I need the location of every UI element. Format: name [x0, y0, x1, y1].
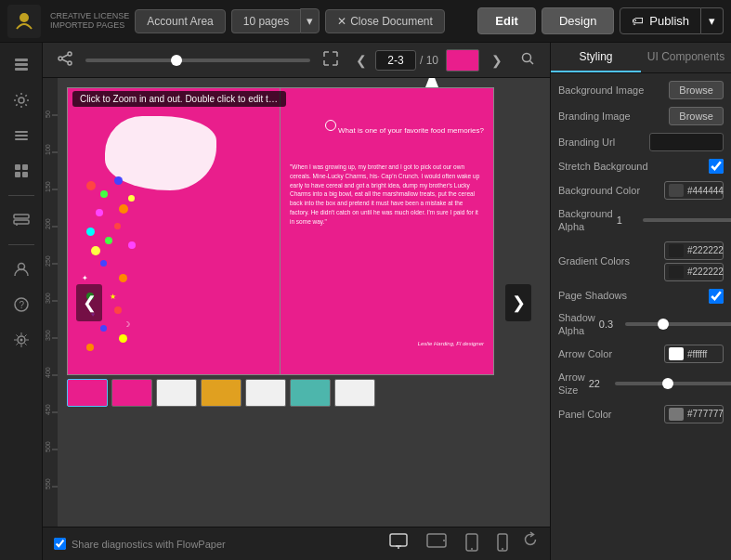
sidebar-item-grid[interactable]: [7, 156, 36, 186]
svg-rect-9: [22, 164, 28, 170]
branding-image-row: Branding Image Browse: [558, 107, 724, 125]
page-quote: "When I was growing up, my brother and I…: [290, 163, 484, 226]
close-icon: ✕: [337, 15, 346, 28]
right-panel: Styling UI Components Background Image B…: [550, 43, 731, 560]
svg-rect-6: [15, 135, 28, 137]
candy-purple2: [128, 241, 136, 249]
arrow-size-row: Arrow Size 22: [558, 371, 724, 397]
stretch-background-row: Stretch Background: [558, 159, 724, 174]
panel-tabs: Styling UI Components: [551, 43, 731, 73]
sidebar-item-settings[interactable]: [7, 85, 36, 115]
thumb-2[interactable]: [111, 379, 152, 407]
creative-license-label: CREATIVE LICENSE: [50, 12, 129, 20]
share-diagnostics-label[interactable]: Share diagnostics with FlowPaper: [54, 538, 226, 550]
candy-area: ✦ ★ ♥ ☽: [68, 88, 280, 374]
candy-red2: [114, 223, 121, 229]
pages-dropdown[interactable]: ▾: [300, 8, 320, 33]
arrow-color-label: Arrow Color: [558, 347, 660, 360]
page-right[interactable]: What is one of your favorite food memori…: [281, 87, 494, 375]
thumb-5[interactable]: [245, 379, 286, 407]
gradient-colors-label: Gradient Colors: [558, 254, 660, 267]
publish-button[interactable]: 🏷 Publish: [620, 7, 701, 34]
account-area-button[interactable]: Account Area: [135, 9, 225, 33]
refresh-icon[interactable]: [522, 531, 539, 557]
device-tablet-landscape-icon[interactable]: [422, 531, 451, 557]
svg-point-57: [502, 548, 503, 550]
svg-rect-11: [22, 172, 28, 177]
next-page-button[interactable]: ❯: [487, 51, 507, 70]
svg-line-23: [62, 59, 68, 62]
browse-brand-button[interactable]: Browse: [669, 107, 724, 125]
sidebar-item-advanced[interactable]: [7, 325, 36, 355]
device-phone-icon[interactable]: [492, 531, 513, 557]
canvas-scroll[interactable]: Click to Zoom in and out. Double click t…: [58, 78, 550, 527]
prev-page-button[interactable]: ❮: [351, 51, 372, 70]
candy-cyan: [86, 228, 95, 236]
sidebar-item-layers[interactable]: [7, 205, 36, 235]
browse-bg-button[interactable]: Browse: [669, 81, 724, 99]
page-input[interactable]: [375, 50, 416, 71]
expand-button[interactable]: [318, 47, 344, 72]
shadow-alpha-slider[interactable]: [625, 322, 731, 326]
edit-button[interactable]: Edit: [477, 7, 536, 34]
arrow-size-slider[interactable]: [615, 382, 731, 385]
thumb-1[interactable]: [67, 379, 108, 407]
page-attribution: Leslie Harding, Fl designer: [418, 341, 484, 346]
publish-dropdown[interactable]: ▾: [701, 7, 724, 34]
tab-styling[interactable]: Styling: [551, 43, 641, 72]
svg-point-24: [523, 54, 531, 62]
thumbnails-row: [67, 379, 494, 407]
device-tablet-portrait-icon[interactable]: [461, 531, 483, 557]
panel-color-swatch[interactable]: #777777: [664, 405, 724, 423]
nav-arrow-right[interactable]: ❯: [505, 284, 531, 321]
branding-url-input[interactable]: [649, 133, 724, 151]
gradient-color1-value: #222222: [687, 245, 724, 255]
pages-button[interactable]: 10 pages: [231, 9, 300, 33]
thumb-6[interactable]: [290, 379, 331, 407]
close-document-button[interactable]: ✕ Close Document: [325, 9, 445, 33]
page-question: What is one of your favorite food memori…: [336, 125, 484, 136]
sidebar-item-account[interactable]: [7, 254, 36, 284]
svg-rect-10: [15, 172, 20, 177]
arrow-color-swatch[interactable]: #ffffff: [664, 345, 724, 363]
document-spread[interactable]: Click to Zoom in and out. Double click t…: [67, 87, 494, 375]
search-button[interactable]: [515, 47, 541, 72]
share-button[interactable]: [52, 47, 78, 72]
nav-arrow-left[interactable]: ❮: [76, 284, 102, 321]
topbar-labels: CREATIVE LICENSE IMPORTED PAGES: [50, 12, 129, 30]
left-sidebar: ?: [0, 43, 43, 560]
page-shadows-checkbox[interactable]: [709, 289, 724, 304]
zoom-slider[interactable]: [85, 59, 310, 62]
share-diagnostics-checkbox[interactable]: [54, 538, 66, 550]
svg-line-22: [62, 55, 68, 58]
tab-ui-components[interactable]: UI Components: [641, 43, 731, 72]
thumb-7[interactable]: [334, 379, 375, 407]
sidebar-item-pages[interactable]: [7, 50, 36, 80]
svg-point-19: [68, 52, 72, 56]
design-button[interactable]: Design: [542, 7, 614, 34]
sidebar-item-menu[interactable]: [7, 121, 36, 150]
arrow-color-value: #ffffff: [687, 349, 707, 359]
candy-yellow2: [91, 246, 100, 255]
thumb-4[interactable]: [201, 379, 241, 407]
svg-rect-5: [15, 131, 28, 133]
sidebar-item-help[interactable]: ?: [7, 290, 36, 319]
canvas-toolbar: ❮ / 10 ❯: [43, 43, 550, 78]
gradient-color1-swatch[interactable]: #222222: [664, 241, 724, 260]
svg-rect-13: [14, 220, 29, 224]
gradient-color2-swatch[interactable]: #222222: [664, 263, 724, 281]
svg-point-21: [68, 61, 72, 65]
page-left[interactable]: ✦ ★ ♥ ☽: [67, 87, 281, 375]
panel-content: Background Image Browse Branding Image B…: [551, 73, 731, 560]
background-color-swatch[interactable]: #444444: [664, 181, 724, 200]
background-alpha-slider[interactable]: [643, 218, 731, 222]
svg-text:100: 100: [45, 144, 51, 155]
device-desktop-icon[interactable]: [385, 531, 412, 557]
arrow-size-value: 22: [589, 378, 611, 389]
canvas-with-ruler: 50 100 150 200 250 300 350 400 4: [43, 78, 550, 527]
stretch-background-checkbox[interactable]: [709, 159, 724, 174]
candy-r3: [114, 306, 122, 314]
svg-text:?: ?: [19, 300, 24, 310]
thumb-3[interactable]: [156, 379, 197, 407]
panel-color-box: [669, 408, 684, 421]
